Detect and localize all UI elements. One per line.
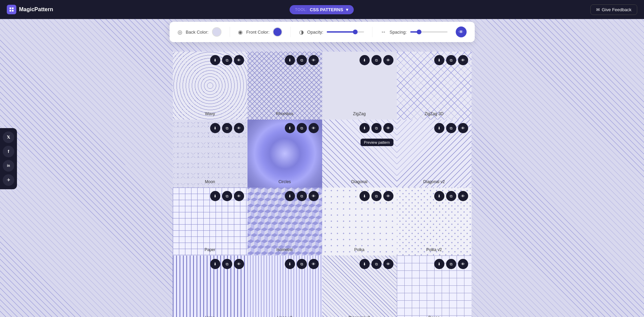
download-button-polka-v2[interactable]: ⬇ bbox=[434, 191, 444, 201]
copy-icon: ⧉ bbox=[226, 126, 228, 130]
opacity-control: ◑ Opacity: bbox=[299, 29, 364, 35]
copy-button-isometric[interactable]: ⧉ bbox=[297, 191, 307, 201]
copy-button-polka-v2[interactable]: ⧉ bbox=[446, 191, 456, 201]
download-button-lines[interactable]: ⬇ bbox=[210, 259, 220, 269]
preview-button-circles[interactable]: 👁 bbox=[309, 123, 319, 133]
telegram-icon: ✈ bbox=[7, 177, 11, 182]
pattern-card-zigzag-3d[interactable]: ⬇⧉👁ZigZag 3D bbox=[397, 52, 472, 120]
copy-button-paper[interactable]: ⧉ bbox=[222, 191, 232, 201]
download-button-rhombus[interactable]: ⬇ bbox=[285, 55, 295, 65]
copy-icon: ⧉ bbox=[226, 194, 228, 198]
download-button-zigzag-3d[interactable]: ⬇ bbox=[434, 55, 444, 65]
facebook-button[interactable]: f bbox=[3, 146, 14, 157]
divider-3 bbox=[372, 27, 372, 37]
pattern-card-polka-v2[interactable]: ⬇⧉👁Polka v2 bbox=[397, 188, 472, 256]
pattern-card-isometric[interactable]: ⬇⧉👁Isometric bbox=[247, 188, 322, 256]
copy-button-zigzag-3d[interactable]: ⧉ bbox=[446, 55, 456, 65]
pattern-card-rhombus[interactable]: ⬇⧉👁Rhombus bbox=[247, 52, 322, 120]
copy-button-diagonal-v3[interactable]: ⧉ bbox=[371, 259, 382, 269]
download-button-polka[interactable]: ⬇ bbox=[360, 191, 370, 201]
copy-button-moon[interactable]: ⧉ bbox=[222, 123, 232, 133]
download-button-lines-v2[interactable]: ⬇ bbox=[285, 259, 295, 269]
copy-button-wavy[interactable]: ⧉ bbox=[222, 55, 232, 65]
linkedin-button[interactable]: in bbox=[3, 160, 14, 172]
download-icon: ⬇ bbox=[288, 194, 291, 198]
preview-button-isometric[interactable]: 👁 bbox=[309, 191, 319, 201]
copy-button-lines[interactable]: ⧉ bbox=[222, 259, 232, 269]
spacing-slider[interactable] bbox=[410, 31, 447, 33]
copy-button-diagonal-v2[interactable]: ⧉ bbox=[446, 123, 456, 133]
twitter-button[interactable]: 𝕏 bbox=[3, 131, 14, 143]
pattern-card-wavy[interactable]: ⬇⧉👁Wavy bbox=[173, 52, 247, 120]
card-actions-zigzag: ⬇⧉👁 bbox=[360, 55, 393, 65]
download-button-diagonal-v2[interactable]: ⬇ bbox=[434, 123, 444, 133]
pattern-card-diagonal[interactable]: ⬇⧉👁Preview patternDiagonal bbox=[322, 120, 397, 188]
preview-button-zigzag[interactable]: 👁 bbox=[383, 55, 393, 65]
pattern-label-rhombus: Rhombus bbox=[247, 111, 322, 116]
download-icon: ⬇ bbox=[363, 194, 366, 198]
download-icon: ⬇ bbox=[288, 262, 291, 266]
card-actions-moon: ⬇⧉👁 bbox=[210, 123, 244, 133]
opacity-slider[interactable] bbox=[327, 31, 364, 33]
preview-button-paper[interactable]: 👁 bbox=[234, 191, 244, 201]
preview-button-rhombus[interactable]: 👁 bbox=[309, 55, 319, 65]
card-actions-lines: ⬇⧉👁 bbox=[210, 259, 244, 269]
download-button-diagonal-v3[interactable]: ⬇ bbox=[360, 259, 370, 269]
telegram-button[interactable]: ✈ bbox=[3, 174, 14, 186]
copy-button-polka[interactable]: ⧉ bbox=[371, 191, 382, 201]
pattern-card-diagonal-v2[interactable]: ⬇⧉👁Diagonal v2 bbox=[397, 120, 472, 188]
eye-icon: 👁 bbox=[237, 126, 241, 130]
copy-button-diagonal[interactable]: ⧉ bbox=[371, 123, 382, 133]
copy-button-boxes[interactable]: ⧉ bbox=[446, 259, 456, 269]
pattern-card-lines-v2[interactable]: ⬇⧉👁Lines v2 bbox=[247, 256, 322, 317]
download-button-paper[interactable]: ⬇ bbox=[210, 191, 220, 201]
pattern-card-paper[interactable]: ⬇⧉👁Paper bbox=[173, 188, 247, 256]
download-button-circles[interactable]: ⬇ bbox=[285, 123, 295, 133]
logo: MagicPattern bbox=[7, 5, 53, 14]
copy-button-circles[interactable]: ⧉ bbox=[297, 123, 307, 133]
opacity-label: Opacity: bbox=[307, 30, 324, 35]
preview-button-moon[interactable]: 👁 bbox=[234, 123, 244, 133]
card-actions-polka: ⬇⧉👁 bbox=[360, 191, 393, 201]
preview-button-lines-v2[interactable]: 👁 bbox=[309, 259, 319, 269]
download-button-wavy[interactable]: ⬇ bbox=[210, 55, 220, 65]
give-feedback-button[interactable]: ✉ Give Feedback bbox=[590, 4, 637, 15]
spacing-icon: ↔ bbox=[381, 29, 386, 35]
preview-button-lines[interactable]: 👁 bbox=[234, 259, 244, 269]
copy-button-rhombus[interactable]: ⧉ bbox=[297, 55, 307, 65]
download-button-boxes[interactable]: ⬇ bbox=[434, 259, 444, 269]
eye-icon: 👁 bbox=[386, 58, 390, 62]
copy-button-zigzag[interactable]: ⧉ bbox=[371, 55, 382, 65]
svg-rect-2 bbox=[10, 10, 11, 12]
pattern-card-lines[interactable]: ⬇⧉👁Lines bbox=[173, 256, 247, 317]
back-color-swatch[interactable] bbox=[212, 27, 221, 37]
copy-button-lines-v2[interactable]: ⧉ bbox=[297, 259, 307, 269]
preview-button-diagonal-v2[interactable]: 👁 bbox=[458, 123, 468, 133]
preview-button-boxes[interactable]: 👁 bbox=[458, 259, 468, 269]
front-color-icon: ◉ bbox=[238, 29, 243, 35]
pattern-card-polka[interactable]: ⬇⧉👁Polka bbox=[322, 188, 397, 256]
card-actions-wavy: ⬇⧉👁 bbox=[210, 55, 244, 65]
back-color-label: Back Color: bbox=[186, 30, 208, 35]
download-icon: ⬇ bbox=[288, 58, 291, 63]
pattern-card-diagonal-v3[interactable]: ⬇⧉👁Diagonal v3 bbox=[322, 256, 397, 317]
tool-selector[interactable]: TOOL: CSS PATTERNS ▾ bbox=[290, 5, 354, 14]
preview-button-diagonal[interactable]: 👁 bbox=[383, 123, 393, 133]
pattern-card-circles[interactable]: ⬇⧉👁Circles bbox=[247, 120, 322, 188]
download-button-moon[interactable]: ⬇ bbox=[210, 123, 220, 133]
preview-button-diagonal-v3[interactable]: 👁 bbox=[383, 259, 393, 269]
front-color-control: ◉ Front Color: bbox=[238, 27, 282, 37]
social-sidebar: 𝕏 f in ✈ bbox=[0, 128, 17, 189]
download-button-isometric[interactable]: ⬇ bbox=[285, 191, 295, 201]
preview-button-zigzag-3d[interactable]: 👁 bbox=[458, 55, 468, 65]
pattern-card-zigzag[interactable]: ⬇⧉👁ZigZag bbox=[322, 52, 397, 120]
download-button-diagonal[interactable]: ⬇ bbox=[360, 123, 370, 133]
preview-button-wavy[interactable]: 👁 bbox=[234, 55, 244, 65]
preview-button-polka-v2[interactable]: 👁 bbox=[458, 191, 468, 201]
front-color-swatch[interactable] bbox=[273, 27, 282, 37]
preview-button-polka[interactable]: 👁 bbox=[383, 191, 393, 201]
pattern-card-moon[interactable]: ⬇⧉👁Moon bbox=[173, 120, 247, 188]
toggle-preview-button[interactable]: 👁 bbox=[456, 27, 466, 37]
download-button-zigzag[interactable]: ⬇ bbox=[360, 55, 370, 65]
pattern-card-boxes[interactable]: ⬇⧉👁Boxes bbox=[397, 256, 472, 317]
